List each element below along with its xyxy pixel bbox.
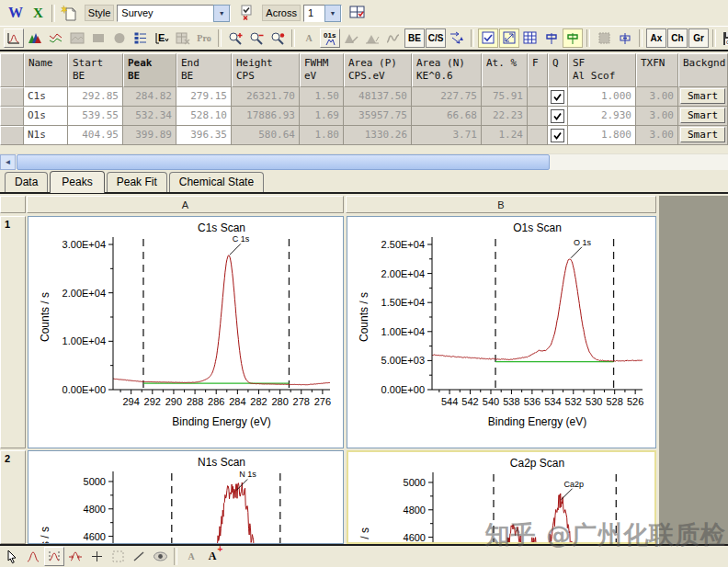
col-header-name[interactable]: Name <box>24 53 68 87</box>
row-selector[interactable] <box>0 126 24 145</box>
cell-area_n[interactable]: 227.75 <box>412 87 482 107</box>
cursor-arrow-icon[interactable] <box>2 547 22 566</box>
cell-name[interactable]: O1s <box>24 107 68 126</box>
multi-trace-icon[interactable] <box>46 28 66 48</box>
background-type-button[interactable]: Smart <box>680 108 725 123</box>
excel-logo[interactable]: X <box>28 6 48 21</box>
cell-txfn[interactable]: 3.00 <box>636 126 678 145</box>
row-selector-header[interactable] <box>0 53 24 87</box>
tile-grid-icon[interactable] <box>520 28 540 48</box>
cell-area_p[interactable]: 48137.50 <box>344 87 412 107</box>
overlay-spectra-icon[interactable] <box>25 28 45 48</box>
cell-height[interactable]: 17886.93 <box>232 107 300 126</box>
tab-peaks[interactable]: Peaks <box>50 171 104 193</box>
flag-minus-icon[interactable] <box>615 28 635 48</box>
smooth-icon-disabled[interactable] <box>383 28 404 48</box>
flag-green-icon[interactable] <box>563 28 583 48</box>
cell-area_n[interactable]: 66.68 <box>412 107 482 126</box>
col-header-txfn[interactable]: TXFN <box>636 53 678 87</box>
sort-energy-icon[interactable]: E <box>152 28 172 48</box>
tab-chemical-state[interactable]: Chemical State <box>169 172 264 192</box>
tab-peak-fit[interactable]: Peak Fit <box>107 172 167 192</box>
background-type-button[interactable]: Smart <box>680 88 725 104</box>
col-header-peak_be[interactable]: Peak BE <box>123 53 176 87</box>
cell-end_be[interactable]: 396.35 <box>176 126 232 145</box>
flag-blue-icon[interactable] <box>541 28 562 48</box>
cell-area_p[interactable]: 35957.75 <box>344 107 412 126</box>
chart-c1s-scan[interactable]: 0.00E+001.00E+042.00E+043.00E+0429429229… <box>28 216 344 448</box>
col-header-start_be[interactable]: Start BE <box>68 53 123 87</box>
list-view-icon[interactable] <box>131 28 151 48</box>
grid-col-header-a[interactable]: A <box>27 196 344 213</box>
solid-rect-icon-disabled[interactable] <box>88 28 108 48</box>
background-type-button[interactable]: Smart <box>680 127 725 142</box>
col-header-area_p[interactable]: Area (P) CPS.eV <box>344 53 412 87</box>
cell-peak_be[interactable]: 399.89 <box>123 126 176 145</box>
zoom-out-icon[interactable] <box>246 28 267 48</box>
chart-properties-button[interactable]: Ch <box>667 28 688 48</box>
grid-row-header-1[interactable]: 1 <box>0 216 26 448</box>
col-header-sf[interactable]: SF Al Scof <box>568 53 636 87</box>
cell-start_be[interactable]: 404.95 <box>68 126 123 145</box>
spectrum-display-icon[interactable] <box>4 28 24 48</box>
scrollbar-thumb[interactable] <box>17 154 550 170</box>
col-header-q[interactable]: Q <box>548 53 568 87</box>
col-header-height[interactable]: Height CPS <box>232 53 300 87</box>
solid-circle-icon-disabled[interactable] <box>109 28 130 48</box>
graph-properties-button[interactable]: Gr <box>688 28 709 48</box>
cell-at_pct[interactable]: 1.24 <box>482 126 528 145</box>
cell-start_be[interactable]: 539.55 <box>68 107 123 126</box>
table-horizontal-scrollbar[interactable]: ◄ <box>0 153 728 170</box>
cell-peak_be[interactable]: 284.82 <box>123 87 176 107</box>
cell-peak_be[interactable]: 532.34 <box>123 107 176 126</box>
row-selector[interactable] <box>0 107 24 126</box>
col-header-area_n[interactable]: Area (N) KE^0.6 <box>412 53 482 87</box>
cell-txfn[interactable]: 3.00 <box>636 87 678 107</box>
cell-fwhm[interactable]: 1.69 <box>300 107 344 126</box>
cell-sf[interactable]: 1.000 <box>568 87 636 107</box>
cell-height[interactable]: 26321.70 <box>232 87 300 107</box>
chart-o1s-scan[interactable]: 0.00E+005.00E+031.00E+041.50E+042.00E+04… <box>347 216 656 448</box>
cell-fwhm[interactable]: 1.50 <box>300 87 344 107</box>
tick-cross-icon[interactable] <box>236 4 256 23</box>
cell-backgnd[interactable]: Smart <box>678 126 728 145</box>
chart-ca2p-scan[interactable]: 5000480046004400420040003563543523503483… <box>347 450 656 544</box>
cell-area_n[interactable]: 3.71 <box>412 126 482 145</box>
scroll-left-arrow[interactable]: ◄ <box>0 154 16 170</box>
zoom-reset-icon[interactable] <box>267 28 288 48</box>
scale-window-toggle[interactable] <box>478 28 498 48</box>
chevron-down-icon[interactable]: ▼ <box>324 5 341 22</box>
col-header-f[interactable]: F <box>528 53 548 87</box>
tile-windows-icon[interactable] <box>347 4 368 23</box>
col-header-backgnd[interactable]: Backgnd <box>678 53 728 87</box>
add-text-icon[interactable]: A+ <box>202 547 222 566</box>
cell-at_pct[interactable]: 75.91 <box>482 87 528 107</box>
text-annotation-icon-disabled[interactable]: A <box>181 547 201 566</box>
tab-data[interactable]: Data <box>5 172 48 192</box>
grid-col-header-b[interactable]: B <box>346 196 656 213</box>
word-logo[interactable]: W <box>4 5 28 21</box>
quantify-checkbox[interactable] <box>551 90 564 104</box>
col-header-end_be[interactable]: End BE <box>176 53 232 87</box>
cell-sf[interactable]: 1.800 <box>568 126 636 145</box>
cell-q[interactable] <box>548 126 568 145</box>
annotate-text-icon-disabled[interactable]: A <box>299 28 319 48</box>
cell-txfn[interactable]: 3.00 <box>636 107 678 126</box>
cell-fwhm[interactable]: 1.80 <box>300 126 344 145</box>
cell-q[interactable] <box>548 87 568 107</box>
peak-marker-icon[interactable] <box>23 547 43 566</box>
cell-at_pct[interactable]: 22.23 <box>482 107 528 126</box>
across-dropdown[interactable]: 1 ▼ <box>303 5 342 22</box>
cell-f[interactable] <box>528 126 548 145</box>
col-header-fwhm[interactable]: FWHM eV <box>300 53 344 87</box>
quantify-checkbox[interactable] <box>551 129 564 142</box>
cell-start_be[interactable]: 292.85 <box>68 87 123 107</box>
processing-table-icon-disabled[interactable] <box>173 28 193 48</box>
dither-square-icon-disabled[interactable] <box>594 28 614 48</box>
peak-fit-icon-disabled[interactable] <box>362 28 382 48</box>
expand-tiles-toggle[interactable] <box>499 28 519 48</box>
crosshair-icon[interactable] <box>86 547 107 566</box>
chevron-down-icon[interactable]: ▼ <box>213 5 230 22</box>
cell-area_p[interactable]: 1330.26 <box>344 126 412 145</box>
cell-backgnd[interactable]: Smart <box>678 87 728 107</box>
